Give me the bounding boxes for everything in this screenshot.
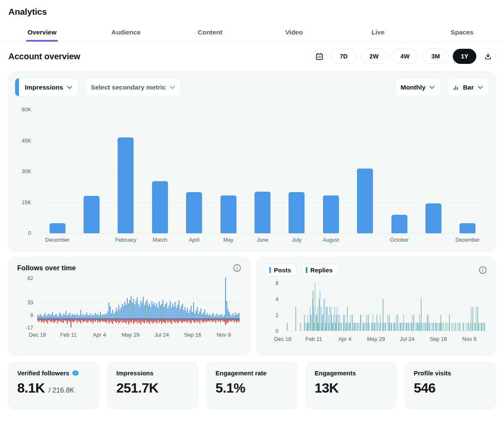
- y-tick-label: 4: [276, 296, 278, 302]
- replies-bar: [307, 323, 308, 331]
- x-axis-labels: DecemberFebruaryMarchAprilMayJuneJulyAug…: [40, 237, 485, 243]
- impressions-bar-june[interactable]: [255, 192, 270, 233]
- follows-bar: [50, 315, 50, 319]
- follows-bar: [149, 303, 150, 319]
- unfollows-bar: [118, 319, 119, 324]
- stat-card-impressions: Impressions251.7K: [108, 362, 198, 409]
- tab-audience[interactable]: Audience: [84, 23, 168, 42]
- chart-type-dropdown[interactable]: Bar: [447, 78, 489, 97]
- replies-bar: [433, 323, 434, 331]
- stat-value: 8.1K: [17, 380, 45, 396]
- follows-bar: [169, 306, 170, 319]
- impressions-bar-january[interactable]: [84, 196, 100, 233]
- unfollows-bar: [105, 319, 106, 322]
- unfollows-bar: [92, 319, 93, 324]
- follows-bar: [194, 314, 195, 319]
- x-tick-label: Apr 4: [339, 336, 352, 342]
- unfollows-bar: [67, 319, 68, 324]
- unfollows-bar: [156, 319, 157, 324]
- y-tick-label: 82: [27, 275, 33, 281]
- replies-bar: [326, 307, 327, 331]
- follows-bar: [220, 315, 221, 319]
- impressions-bar-february[interactable]: [118, 137, 134, 233]
- range-2w-button[interactable]: 2W: [361, 49, 388, 64]
- range-4w-button[interactable]: 4W: [391, 49, 418, 64]
- tab-video[interactable]: Video: [252, 23, 336, 42]
- x-tick-label: Jul 24: [400, 336, 415, 342]
- unfollows-bar: [231, 319, 232, 322]
- follows-bar: [207, 313, 207, 319]
- unfollows-bar: [220, 319, 221, 322]
- impressions-bar-march[interactable]: [152, 181, 168, 233]
- download-button[interactable]: [480, 49, 496, 64]
- granularity-dropdown[interactable]: Monthly: [394, 78, 441, 97]
- posts-bar: [311, 315, 312, 331]
- tab-overview[interactable]: Overview: [0, 23, 84, 42]
- range-3m-button[interactable]: 3M: [423, 49, 449, 64]
- primary-metric-dropdown[interactable]: Impressions: [15, 78, 79, 97]
- y-tick-label: 8: [30, 312, 33, 318]
- posts-bar: [436, 323, 437, 331]
- range-1y-button[interactable]: 1Y: [453, 49, 476, 64]
- replies-bar: [449, 315, 450, 331]
- impressions-bar-december[interactable]: [50, 223, 66, 233]
- follows-bar: [51, 314, 52, 319]
- follows-bar: [68, 314, 69, 319]
- follows-bar: [218, 316, 218, 319]
- follows-bar: [142, 303, 142, 319]
- replies-bar: [343, 315, 344, 331]
- replies-bar: [368, 315, 369, 331]
- follows-bar: [62, 316, 63, 319]
- unfollows-bar: [173, 319, 174, 322]
- range-7d-button[interactable]: 7D: [331, 49, 357, 64]
- info-icon[interactable]: [233, 264, 241, 272]
- replies-bar: [478, 323, 479, 331]
- active-tab-underline: [26, 40, 58, 42]
- unfollows-bar: [182, 319, 183, 322]
- replies-bar: [427, 315, 428, 331]
- follows-bar: [204, 309, 205, 319]
- unfollows-bar: [111, 319, 112, 322]
- follows-bar: [184, 310, 184, 319]
- impressions-bar-september[interactable]: [357, 169, 373, 233]
- secondary-metric-dropdown[interactable]: Select secondary metric: [84, 78, 181, 97]
- impressions-bar-december[interactable]: [459, 223, 475, 233]
- impressions-bar-chart: 60K45K30K15K0 DecemberFebruaryMarchApril…: [40, 110, 485, 233]
- impressions-bar-may[interactable]: [220, 195, 236, 233]
- stat-value: 13K: [315, 380, 339, 396]
- bar-slot: [451, 110, 485, 233]
- impressions-bar-october[interactable]: [391, 215, 407, 233]
- impressions-bar-july[interactable]: [289, 192, 304, 233]
- unfollows-bar: [155, 319, 156, 322]
- follows-bar: [118, 305, 119, 319]
- chevron-down-icon: [170, 86, 175, 89]
- tab-content[interactable]: Content: [168, 23, 252, 42]
- impressions-bar-november[interactable]: [425, 203, 441, 233]
- unfollows-bar: [193, 319, 194, 322]
- tab-live[interactable]: Live: [336, 23, 420, 42]
- calendar-button[interactable]: [312, 49, 327, 64]
- follows-bar: [173, 306, 174, 319]
- unfollows-bar: [46, 319, 47, 322]
- stat-value: 251.7K: [116, 380, 158, 396]
- follows-bar: [226, 301, 227, 319]
- follows-bar: [196, 310, 197, 319]
- info-icon[interactable]: [479, 266, 487, 274]
- legend-posts[interactable]: Posts: [265, 264, 297, 276]
- impressions-bar-august[interactable]: [323, 195, 339, 233]
- posts-bar: [415, 323, 416, 331]
- legend-replies[interactable]: Replies: [302, 264, 338, 276]
- impressions-bar-april[interactable]: [186, 192, 202, 233]
- bar-slot: [416, 110, 450, 233]
- follows-bar: [176, 308, 177, 319]
- unfollows-bar: [87, 319, 87, 323]
- follows-bar: [102, 314, 103, 319]
- follows-bar: [95, 313, 96, 319]
- unfollows-bar: [203, 319, 204, 323]
- secondary-metric-placeholder: Select secondary metric: [91, 84, 165, 91]
- unfollows-bar: [69, 319, 70, 322]
- tab-spaces[interactable]: Spaces: [420, 23, 504, 42]
- x-tick-label: Sep 16: [430, 336, 447, 342]
- chevron-down-icon: [478, 86, 483, 89]
- y-tick-label: 0: [28, 230, 31, 236]
